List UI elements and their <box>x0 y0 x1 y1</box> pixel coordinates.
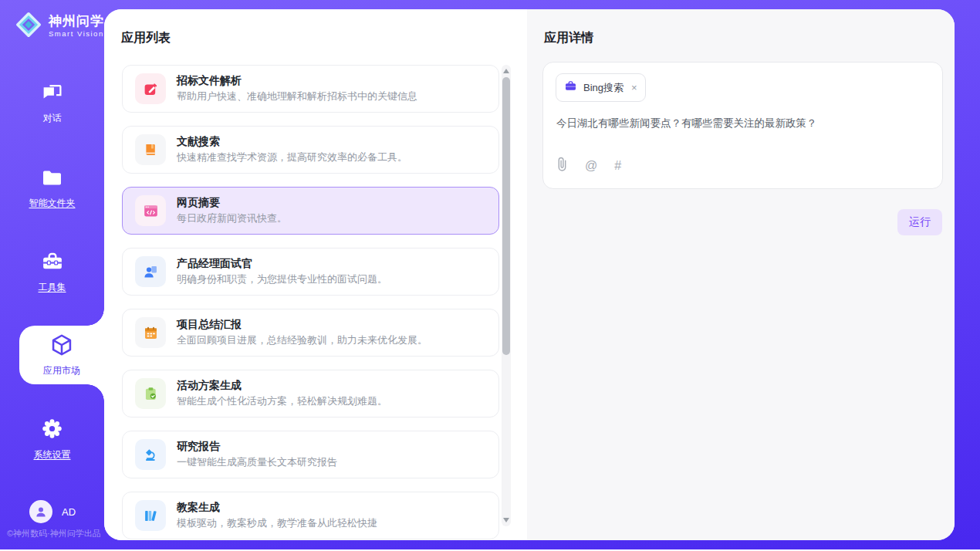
cube-icon <box>49 333 74 360</box>
app-card-literature-search[interactable]: 文献搜索 快速精准查找学术资源，提高研究效率的必备工具。 <box>122 126 499 174</box>
clipboard-check-icon <box>135 378 166 409</box>
app-card-tender-parse[interactable]: 招标文件解析 帮助用户快速、准确地理解和解析招标书中的关键信息 <box>122 65 499 113</box>
composer-toolbar: @ # <box>556 157 621 174</box>
app-description: 帮助用户快速、准确地理解和解析招标书中的关键信息 <box>177 90 417 103</box>
app-name: 项目总结汇报 <box>177 319 427 330</box>
app-description: 快速精准查找学术资源，提高研究效率的必备工具。 <box>177 151 407 164</box>
sidebar-item-smart-folder[interactable]: 智能文件夹 <box>0 167 104 210</box>
sidebar-item-label: 智能文件夹 <box>29 197 76 210</box>
folder-icon <box>41 167 63 191</box>
briefcase-icon <box>564 79 577 96</box>
query-text[interactable]: 今日湖北有哪些新闻要点？有哪些需要关注的最新政策？ <box>556 117 931 130</box>
gear-icon <box>40 417 64 443</box>
scrollbar-up-arrow-icon[interactable] <box>503 69 509 73</box>
calendar-report-icon <box>135 317 166 348</box>
books-icon <box>135 500 166 531</box>
hash-icon[interactable]: # <box>614 160 621 172</box>
main-content: 应用列表 招标文件解析 帮助用户快速、准确地理解和解析招标书中的关键信息 <box>104 9 955 540</box>
sidebar-item-label: 工具集 <box>39 281 66 294</box>
sidebar-item-label: 应用市场 <box>43 364 80 377</box>
app-description: 智能生成个性化活动方案，轻松解决规划难题。 <box>177 395 387 407</box>
app-name: 教案生成 <box>177 502 377 512</box>
gem-diamond-icon <box>14 10 43 42</box>
user-name: AD <box>62 506 76 518</box>
sidebar-item-settings[interactable]: 系统设置 <box>0 417 104 461</box>
app-detail-panel: 应用详情 Bing搜索 × 今日湖北有哪些新闻要点？有哪些需要关注的最新政策？ <box>527 9 955 540</box>
toolbox-icon <box>41 250 64 276</box>
app-description: 一键智能生成高质量长文本研究报告 <box>177 456 337 468</box>
app-description: 模板驱动，教案秒成，教学准备从此轻松快捷 <box>177 517 377 529</box>
tool-tag-label: Bing搜索 <box>583 81 623 95</box>
app-list-panel: 应用列表 招标文件解析 帮助用户快速、准确地理解和解析招标书中的关键信息 <box>104 9 527 540</box>
app-card-webpage-summary-selected[interactable]: 网页摘要 每日政府新闻资讯快查。 <box>122 187 499 235</box>
sidebar-item-toolset[interactable]: 工具集 <box>0 250 104 294</box>
chat-icon <box>41 82 63 106</box>
app-name: 研究报告 <box>177 441 337 451</box>
app-card-project-summary[interactable]: 项目总结汇报 全面回顾项目进展，总结经验教训，助力未来优化发展。 <box>122 309 499 357</box>
list-scrollbar[interactable] <box>502 65 511 526</box>
sidebar-item-chat[interactable]: 对话 <box>0 82 104 125</box>
scrollbar-thumb[interactable] <box>502 77 510 355</box>
brand-subtitle: Smart Vision <box>49 29 104 38</box>
close-icon[interactable]: × <box>631 82 637 93</box>
app-name: 文献搜索 <box>177 136 407 147</box>
app-name: 招标文件解析 <box>177 75 417 86</box>
tool-tag-bing-search[interactable]: Bing搜索 × <box>556 73 646 102</box>
copyright-footer: ©神州数码·神州问学出品 <box>7 528 101 539</box>
app-list-title: 应用列表 <box>121 30 171 46</box>
composer-card[interactable]: Bing搜索 × 今日湖北有哪些新闻要点？有哪些需要关注的最新政策？ @ # <box>542 62 943 189</box>
app-card-pm-interviewer[interactable]: 产品经理面试官 明确身份和职责，为您提供专业性的面试问题。 <box>122 248 499 296</box>
person-avatar-icon <box>29 500 52 523</box>
app-name: 活动方案生成 <box>177 380 387 390</box>
run-button[interactable]: 运行 <box>897 209 942 235</box>
app-card-research-report[interactable]: 研究报告 一键智能生成高质量长文本研究报告 <box>122 431 499 478</box>
tender-document-icon <box>135 73 166 104</box>
app-name: 产品经理面试官 <box>177 258 387 269</box>
app-cards: 招标文件解析 帮助用户快速、准确地理解和解析招标书中的关键信息 文献搜索 <box>122 65 499 540</box>
webpage-browser-icon <box>135 195 166 226</box>
app-description: 明确身份和职责，为您提供专业性的面试问题。 <box>177 273 387 286</box>
app-detail-title: 应用详情 <box>544 30 593 46</box>
literature-book-icon <box>135 134 166 165</box>
sidebar-item-label: 系统设置 <box>34 448 71 461</box>
mention-at-icon[interactable]: @ <box>585 160 597 172</box>
app-description: 全面回顾项目进展，总结经验教训，助力未来优化发展。 <box>177 334 427 346</box>
app-name: 网页摘要 <box>177 197 287 208</box>
scrollbar-down-arrow-icon[interactable] <box>503 518 509 522</box>
sidebar-item-label: 对话 <box>43 112 62 125</box>
app-window: 神州问学 Smart Vision 对话 智能文件夹 <box>0 0 980 551</box>
microscope-icon <box>135 439 166 470</box>
app-description: 每日政府新闻资讯快查。 <box>177 212 287 225</box>
brand-logo: 神州问学 Smart Vision <box>14 10 104 42</box>
brand-name: 神州问学 <box>49 15 104 29</box>
interviewer-person-icon <box>135 256 166 287</box>
paperclip-icon[interactable] <box>556 157 568 174</box>
app-card-lesson-plan[interactable]: 教案生成 模板驱动，教案秒成，教学准备从此轻松快捷 <box>122 492 499 539</box>
sidebar: 神州问学 Smart Vision 对话 智能文件夹 <box>0 0 104 549</box>
app-card-activity-plan[interactable]: 活动方案生成 智能生成个性化活动方案，轻松解决规划难题。 <box>122 370 499 417</box>
user-account[interactable]: AD <box>29 500 76 523</box>
sidebar-item-app-market-active[interactable]: 应用市场 <box>19 326 104 384</box>
